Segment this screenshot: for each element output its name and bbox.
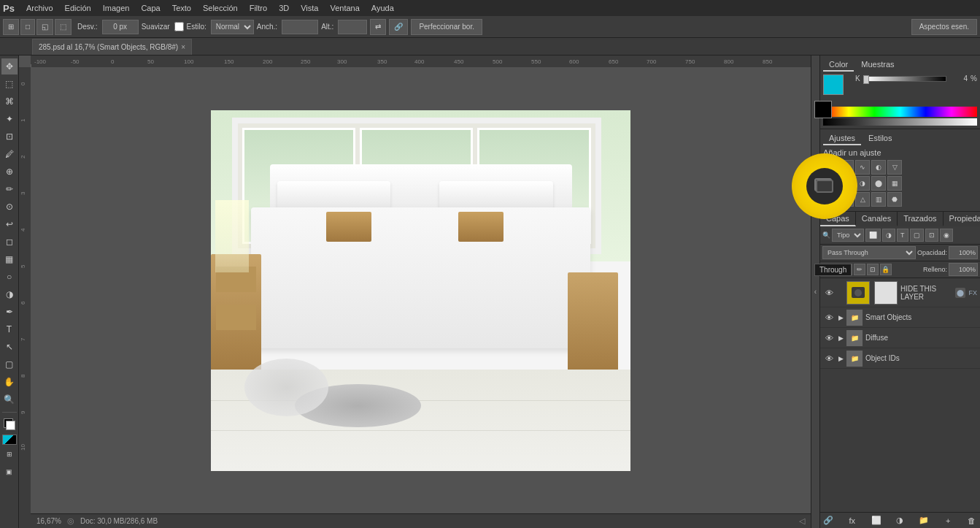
- add-layer-btn[interactable]: +: [942, 515, 954, 527]
- tab-trazados[interactable]: Trazados: [898, 212, 943, 226]
- tool-healing[interactable]: ⊕: [1, 164, 18, 180]
- opacity-input[interactable]: [949, 246, 978, 259]
- foreground-color[interactable]: [823, 74, 844, 95]
- tab-propiedades[interactable]: Propiedades: [944, 212, 980, 226]
- toolbar-btn-1[interactable]: ⊞: [3, 19, 19, 35]
- link-layers-btn[interactable]: 🔗: [822, 515, 834, 527]
- menu-capa[interactable]: Capa: [135, 0, 166, 16]
- k-slider[interactable]: [865, 76, 946, 82]
- layer-item-hide[interactable]: 👁 HIDE THIS LAYER ⬤ FX: [820, 278, 980, 307]
- layer-expand-objectids[interactable]: ▶: [836, 353, 845, 364]
- menu-vista[interactable]: Vista: [295, 0, 324, 16]
- toolbar-btn-3[interactable]: ◱: [36, 19, 53, 35]
- tool-clone[interactable]: ⊙: [1, 199, 18, 215]
- add-mask-btn[interactable]: ⬜: [871, 515, 882, 527]
- tool-zoom[interactable]: 🔍: [1, 391, 18, 408]
- suavizar-checkbox[interactable]: [174, 22, 184, 31]
- color-spectrum-bar[interactable]: [823, 107, 977, 117]
- layer-item-objectids[interactable]: 👁 ▶ 📁 Object IDs: [820, 348, 980, 369]
- layer-visibility-smartobj[interactable]: 👁: [823, 312, 835, 324]
- tool-eraser[interactable]: ◻: [1, 234, 18, 250]
- filter-toggle[interactable]: ◉: [940, 229, 953, 242]
- background-color[interactable]: [814, 101, 832, 118]
- filter-adj-btn[interactable]: ◑: [882, 229, 895, 242]
- menu-archivo[interactable]: Archivo: [20, 0, 59, 16]
- layer-item-diffuse[interactable]: 👁 ▶ 📁 Diffuse: [820, 328, 980, 348]
- tool-shape[interactable]: ▢: [1, 356, 18, 372]
- tool-lasso[interactable]: ⌘: [1, 93, 18, 110]
- alt-input[interactable]: [338, 20, 367, 34]
- layer-visibility-diffuse[interactable]: 👁: [823, 332, 835, 344]
- toolbar-btn-2[interactable]: □: [20, 19, 35, 35]
- canvas-viewport[interactable]: [31, 67, 811, 513]
- menu-ventana[interactable]: Ventana: [324, 0, 365, 16]
- document-canvas[interactable]: [211, 110, 630, 471]
- anch-input[interactable]: [282, 20, 318, 34]
- kind-select[interactable]: Tipo: [832, 229, 864, 242]
- adj-curves[interactable]: ∿: [855, 160, 870, 175]
- menu-texto[interactable]: Texto: [166, 0, 197, 16]
- canvas-area[interactable]: -100 -50 0 50 100 150 200 250 300 350 40…: [19, 56, 811, 528]
- filter-text-btn[interactable]: T: [897, 229, 908, 242]
- tool-crop[interactable]: ⊡: [1, 129, 18, 145]
- lock-btn[interactable]: 🔗: [389, 19, 408, 35]
- menu-filtro[interactable]: Filtro: [244, 0, 273, 16]
- adj-selective[interactable]: ⬣: [887, 192, 902, 207]
- lock-artboards-btn[interactable]: ⊡: [867, 264, 879, 275]
- menu-3d[interactable]: 3D: [273, 0, 295, 16]
- tool-hand[interactable]: ✋: [1, 374, 18, 390]
- tab-close-icon[interactable]: ×: [181, 43, 185, 51]
- tool-screen[interactable]: ▣: [1, 464, 18, 480]
- relleno-input[interactable]: [949, 263, 978, 276]
- layer-visibility-objectids[interactable]: 👁: [823, 353, 835, 364]
- delete-layer-btn[interactable]: 🗑: [966, 515, 978, 527]
- lock-position-btn[interactable]: ✏: [854, 264, 865, 275]
- tool-magic-wand[interactable]: ✦: [1, 111, 18, 127]
- tool-history[interactable]: ↩: [1, 216, 18, 232]
- tool-marquee[interactable]: ⬚: [1, 76, 18, 92]
- adj-threshold[interactable]: △: [855, 192, 870, 207]
- filter-shape-btn[interactable]: ▢: [910, 229, 924, 242]
- layer-item-smartobj[interactable]: 👁 ▶ 📁 Smart Objects: [820, 307, 980, 328]
- filter-pixel-btn[interactable]: ⬜: [865, 229, 881, 242]
- perfeccionar-btn[interactable]: Perfeccionar bor.: [411, 19, 482, 35]
- tool-blur[interactable]: ○: [1, 269, 18, 285]
- menu-ayuda[interactable]: Ayuda: [366, 0, 400, 16]
- add-style-btn[interactable]: fx: [846, 515, 858, 527]
- tab-color[interactable]: Color: [823, 58, 854, 72]
- adj-exposure[interactable]: ◐: [871, 160, 886, 175]
- tool-gradient[interactable]: ▦: [1, 251, 18, 267]
- tool-dodge[interactable]: ◑: [1, 286, 18, 302]
- aspectos-btn[interactable]: Aspectos esen.: [911, 19, 977, 35]
- menu-seleccion[interactable]: Selección: [197, 0, 244, 16]
- desv-input[interactable]: [102, 20, 139, 34]
- filter-smart-btn[interactable]: ⊡: [925, 229, 938, 242]
- lock-all-btn[interactable]: 🔒: [880, 264, 892, 275]
- tool-edit-quick[interactable]: ⊞: [1, 446, 18, 462]
- document-tab[interactable]: 285.psd al 16,7% (Smart Objects, RGB/8#)…: [32, 39, 192, 55]
- add-group-btn[interactable]: 📁: [918, 515, 930, 527]
- adj-gradient-map[interactable]: ▥: [871, 192, 886, 207]
- navigate-left-icon[interactable]: ◁: [799, 516, 805, 526]
- panel-collapse-btn[interactable]: ‹: [811, 56, 819, 528]
- adj-photofilter[interactable]: ⬤: [871, 176, 886, 191]
- toolbar-btn-4[interactable]: ⬚: [55, 19, 72, 35]
- tool-move[interactable]: ✥: [1, 58, 18, 74]
- tool-pen[interactable]: ✒: [1, 304, 18, 320]
- adj-vibrance[interactable]: ▽: [887, 160, 902, 175]
- tool-text[interactable]: T: [1, 321, 18, 337]
- tab-canales[interactable]: Canales: [856, 212, 898, 226]
- estilo-select[interactable]: Normal: [211, 20, 254, 34]
- add-adjustment-btn[interactable]: ◑: [894, 515, 906, 527]
- tool-path-select[interactable]: ↖: [1, 339, 18, 355]
- adj-bw[interactable]: ◑: [855, 176, 870, 191]
- swap-btn[interactable]: ⇄: [370, 19, 386, 35]
- layer-expand-diffuse[interactable]: ▶: [836, 332, 845, 344]
- layer-expand-smartobj[interactable]: ▶: [836, 312, 845, 324]
- tab-ajustes[interactable]: Ajustes: [823, 132, 861, 145]
- tab-estilos[interactable]: Estilos: [863, 132, 898, 145]
- tool-eyedropper[interactable]: 🖉: [1, 146, 18, 162]
- color-swatches-mini[interactable]: [2, 435, 17, 445]
- blend-mode-select[interactable]: Pass Through: [822, 246, 916, 259]
- layer-visibility-hide[interactable]: 👁: [823, 287, 835, 299]
